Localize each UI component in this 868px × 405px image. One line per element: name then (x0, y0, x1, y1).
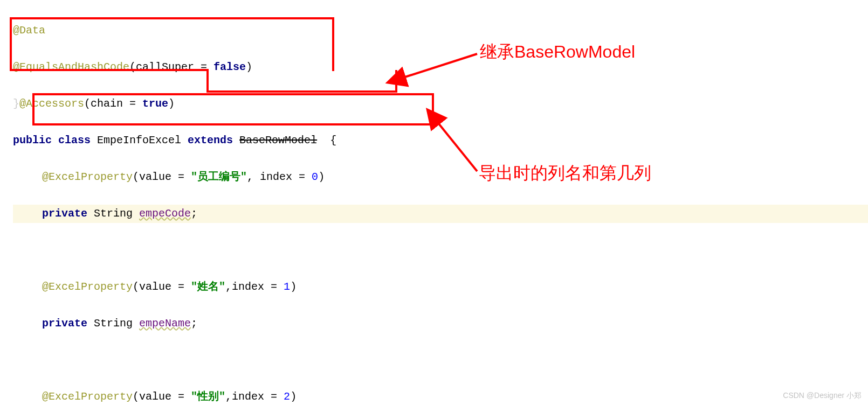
field: empeName (139, 317, 191, 330)
annotation: @ExcelProperty (42, 281, 133, 293)
watermark: CSDN @Designer 小郑 (783, 391, 862, 401)
annotation: @Accessors (19, 97, 84, 110)
annotation: @EqualsAndHashCode (13, 61, 129, 73)
base-class: BaseRowModel (239, 134, 317, 146)
annotation: @Data (13, 24, 45, 37)
field: empeCode (139, 207, 191, 220)
code-block: @Data @EqualsAndHashCode(callSuper = fal… (0, 0, 868, 405)
annotation: @ExcelProperty (42, 171, 133, 183)
annotation: @ExcelProperty (42, 390, 133, 403)
